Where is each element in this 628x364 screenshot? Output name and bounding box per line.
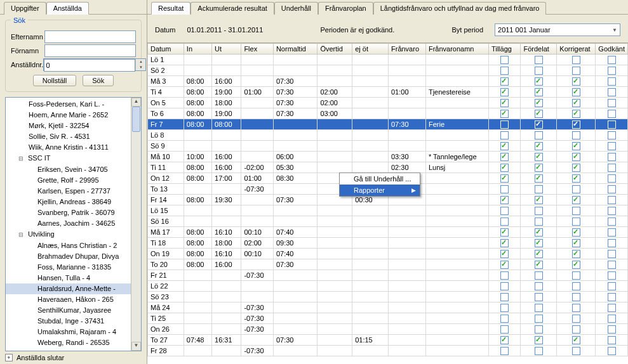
tab-anstallda[interactable]: Anställda: [46, 2, 89, 15]
checkbox[interactable]: [535, 185, 543, 193]
checkbox[interactable]: [535, 250, 543, 258]
scroll-up-icon[interactable]: ▲: [131, 98, 141, 107]
tree-item[interactable]: SenthilKumar, Jayasree: [6, 305, 131, 316]
checkbox[interactable]: [500, 56, 509, 64]
checkbox[interactable]: [572, 142, 580, 150]
table-row[interactable]: On 1908:0016:1000:1007:40: [148, 249, 628, 259]
checkbox[interactable]: [535, 207, 543, 215]
table-row[interactable]: Ti 25-07:30: [148, 313, 628, 324]
table-row[interactable]: Sö 2: [148, 65, 628, 76]
tree-scrollbar[interactable]: ▲ ▼: [131, 98, 141, 351]
tree-item[interactable]: Aarnes, Joachim - 34625: [6, 218, 131, 229]
checkbox[interactable]: [572, 336, 580, 344]
checkbox[interactable]: [500, 293, 509, 301]
tree-item[interactable]: Haveraaen, Håkon - 265: [6, 294, 131, 305]
checkbox[interactable]: [608, 142, 616, 150]
checkbox[interactable]: [608, 120, 616, 129]
checkbox[interactable]: [608, 99, 616, 107]
checkbox[interactable]: [535, 293, 543, 301]
tree-item[interactable]: Mørk, Kjetil - 32254: [6, 120, 131, 131]
checkbox[interactable]: [608, 110, 616, 118]
checkbox[interactable]: [572, 185, 580, 193]
checkbox[interactable]: [608, 185, 616, 193]
checkbox[interactable]: [535, 261, 543, 269]
col-ejot[interactable]: ej öt: [352, 44, 389, 55]
ctx-underhall[interactable]: Gå till Underhåll ...: [340, 173, 420, 185]
tree-item[interactable]: Umalakshmi, Rajaram - 4: [6, 327, 131, 337]
checkbox[interactable]: [500, 218, 509, 226]
scroll-thumb[interactable]: [132, 107, 140, 132]
checkbox[interactable]: [608, 67, 616, 75]
checkbox[interactable]: [500, 99, 509, 107]
checkbox[interactable]: [535, 325, 543, 334]
col-flex[interactable]: Flex: [241, 44, 274, 55]
checkbox[interactable]: [572, 67, 580, 75]
table-row[interactable]: Sö 23: [148, 292, 628, 302]
checkbox[interactable]: [608, 153, 616, 161]
table-row[interactable]: Må 1708:0016:1000:1007:40: [148, 227, 628, 238]
checkbox[interactable]: [535, 56, 543, 64]
checkbox[interactable]: [535, 196, 543, 204]
table-row[interactable]: Ti 1808:0018:0002:0009:30: [148, 238, 628, 249]
checkbox[interactable]: [572, 315, 580, 323]
checkbox[interactable]: [608, 304, 616, 312]
checkbox[interactable]: [535, 77, 543, 86]
efternamn-input[interactable]: [44, 30, 136, 43]
scroll-down-icon[interactable]: ▼: [131, 342, 141, 351]
tab-franvaroplan[interactable]: Frånvaroplan: [318, 2, 373, 15]
table-row[interactable]: To 608:0019:0007:3003:00: [148, 108, 628, 119]
checkbox[interactable]: [572, 174, 580, 183]
col-overtid[interactable]: Övertid: [317, 44, 352, 55]
checkbox[interactable]: [608, 174, 616, 183]
checkbox[interactable]: [500, 271, 509, 280]
table-row[interactable]: Må 308:0016:0007:30: [148, 76, 628, 87]
tree-item[interactable]: Stubdal, Inge - 37431: [6, 316, 131, 327]
checkbox[interactable]: [608, 282, 616, 290]
checkbox[interactable]: [608, 271, 616, 280]
checkbox[interactable]: [500, 164, 509, 172]
table-row[interactable]: Ti 408:0019:0001:0007:3002:0001:00Tjenes…: [148, 87, 628, 98]
checkbox[interactable]: [500, 153, 509, 161]
table-row[interactable]: Ti 1108:0016:00-02:0005:3002:30Lunsj: [148, 162, 628, 173]
period-select[interactable]: 2011 001 Januar ▼: [495, 23, 620, 36]
sok-button[interactable]: Sök: [83, 75, 114, 86]
tree-item[interactable]: Weberg, Randi - 26535: [6, 337, 131, 348]
checkbox[interactable]: [608, 336, 616, 344]
checkbox[interactable]: [608, 56, 616, 64]
col-fordelat[interactable]: Fördelat: [521, 44, 557, 55]
checkbox[interactable]: [535, 67, 543, 75]
checkbox[interactable]: [572, 153, 580, 161]
spinner-down-icon[interactable]: ▼: [136, 65, 145, 70]
spinner-up-icon[interactable]: ▲: [136, 59, 145, 65]
table-row[interactable]: Lö 1: [148, 55, 628, 65]
employee-tree[interactable]: Foss-Pedersen, Kari L. -Hoem, Anne Marie…: [5, 97, 142, 351]
result-grid[interactable]: Datum In Ut Flex Normaltid Övertid ej öt…: [147, 43, 628, 356]
checkbox[interactable]: [572, 282, 580, 290]
tree-item[interactable]: Wiik, Anne Kristin - 41311: [6, 142, 131, 153]
checkbox[interactable]: [572, 347, 580, 355]
tree-item[interactable]: Foss-Pedersen, Kari L. -: [6, 99, 131, 110]
checkbox[interactable]: [608, 196, 616, 204]
table-row[interactable]: On 26-07:30: [148, 324, 628, 335]
fornamn-input[interactable]: [44, 44, 136, 57]
table-row[interactable]: Sö 16: [148, 216, 628, 227]
tree-item[interactable]: Sollie, Siv R. - 4531: [6, 131, 131, 142]
checkbox[interactable]: [500, 67, 509, 75]
checkbox[interactable]: [500, 347, 509, 355]
checkbox[interactable]: [500, 228, 509, 237]
tree-item[interactable]: SSC IT: [6, 153, 131, 164]
checkbox[interactable]: [535, 142, 543, 150]
checkbox[interactable]: [572, 325, 580, 334]
checkbox[interactable]: [535, 120, 543, 129]
tab-resultat[interactable]: Resultat: [151, 2, 190, 15]
table-row[interactable]: On 508:0018:0007:3002:00: [148, 98, 628, 108]
tree-item[interactable]: Kjellin, Andreas - 38649: [6, 197, 131, 207]
tree-item[interactable]: Karlsen, Espen - 27737: [6, 186, 131, 197]
table-row[interactable]: Lö 8: [148, 130, 628, 141]
checkbox[interactable]: [535, 99, 543, 107]
ctx-rapporter[interactable]: Rapporter ▶: [340, 185, 420, 196]
checkbox[interactable]: [608, 77, 616, 86]
checkbox[interactable]: [535, 239, 543, 247]
checkbox[interactable]: [535, 228, 543, 237]
expand-icon[interactable]: +: [5, 354, 13, 361]
